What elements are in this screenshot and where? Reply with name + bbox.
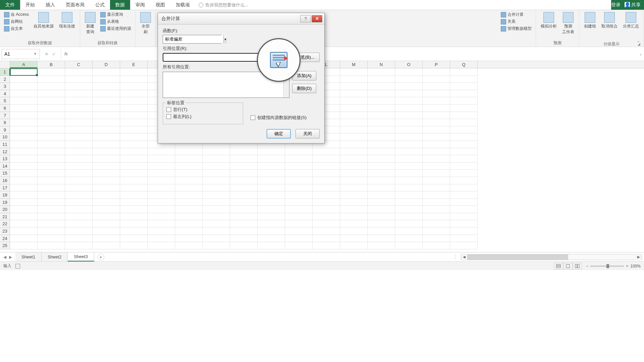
cell[interactable]: [450, 170, 478, 177]
cell[interactable]: [148, 148, 175, 156]
cell[interactable]: [423, 133, 450, 141]
cell[interactable]: [93, 119, 120, 126]
left-col-checkbox[interactable]: [166, 114, 171, 119]
column-header[interactable]: D: [93, 61, 120, 68]
tab-insert[interactable]: 插入: [40, 0, 60, 10]
cell[interactable]: [340, 90, 368, 98]
cell[interactable]: [313, 148, 340, 156]
cell[interactable]: [93, 235, 120, 242]
column-header[interactable]: O: [395, 61, 423, 68]
cell[interactable]: [423, 213, 450, 221]
cell[interactable]: [368, 155, 395, 163]
cell[interactable]: [395, 199, 423, 206]
cell[interactable]: [285, 206, 313, 213]
zoom-in-button[interactable]: +: [626, 264, 628, 268]
cell[interactable]: [148, 228, 175, 235]
cell[interactable]: [120, 235, 148, 242]
cell[interactable]: [10, 83, 38, 90]
cell[interactable]: [368, 119, 395, 126]
cell[interactable]: [368, 148, 395, 156]
zoom-slider[interactable]: [590, 265, 624, 267]
tab-file[interactable]: 文件: [0, 0, 20, 10]
hscroll-thumb[interactable]: [467, 254, 568, 260]
cell[interactable]: [395, 163, 423, 170]
cell[interactable]: [93, 213, 120, 221]
tab-formulas[interactable]: 公式: [90, 0, 110, 10]
cell[interactable]: [285, 220, 313, 228]
cell[interactable]: [395, 170, 423, 177]
cell[interactable]: [258, 148, 285, 156]
cell[interactable]: [230, 184, 258, 192]
column-header[interactable]: M: [340, 61, 368, 68]
cell[interactable]: [395, 83, 423, 90]
from-text-button[interactable]: 自文本: [3, 25, 30, 32]
column-header[interactable]: Q: [450, 61, 478, 68]
cell[interactable]: [148, 242, 175, 249]
cell[interactable]: [258, 170, 285, 177]
cell[interactable]: [368, 163, 395, 170]
cell[interactable]: [285, 155, 313, 163]
cell[interactable]: [38, 177, 65, 184]
cell[interactable]: [120, 184, 148, 192]
cell[interactable]: [120, 191, 148, 199]
row-header[interactable]: 22: [0, 220, 10, 228]
accept-formula-icon[interactable]: ✓: [52, 51, 56, 57]
cell[interactable]: [423, 199, 450, 206]
cell[interactable]: [230, 163, 258, 170]
cell[interactable]: [285, 148, 313, 156]
cell[interactable]: [395, 184, 423, 192]
cell[interactable]: [450, 213, 478, 221]
cell[interactable]: [450, 76, 478, 83]
top-row-checkbox-row[interactable]: 首行(T): [166, 107, 239, 113]
cell[interactable]: [65, 119, 93, 126]
cell[interactable]: [230, 170, 258, 177]
cell[interactable]: [285, 191, 313, 199]
cell[interactable]: [395, 105, 423, 112]
cell[interactable]: [148, 206, 175, 213]
cell[interactable]: [10, 155, 38, 163]
column-header[interactable]: B: [38, 61, 65, 68]
cell[interactable]: [203, 213, 230, 221]
cell[interactable]: [120, 97, 148, 105]
cell[interactable]: [93, 191, 120, 199]
row-header[interactable]: 24: [0, 235, 10, 242]
subtotal-button[interactable]: 分类汇总: [621, 11, 641, 30]
cell[interactable]: [423, 90, 450, 98]
cell[interactable]: [340, 133, 368, 141]
cell[interactable]: [450, 119, 478, 126]
cell[interactable]: [65, 68, 93, 76]
cell[interactable]: [395, 213, 423, 221]
row-header[interactable]: 3: [0, 83, 10, 90]
tab-view[interactable]: 视图: [150, 0, 170, 10]
cell[interactable]: [93, 76, 120, 83]
cell[interactable]: [313, 199, 340, 206]
cell[interactable]: [313, 220, 340, 228]
cell[interactable]: [423, 235, 450, 242]
cell[interactable]: [340, 163, 368, 170]
cell[interactable]: [450, 163, 478, 170]
sheet-nav-prev-icon[interactable]: ◀: [3, 255, 6, 259]
cell[interactable]: [10, 76, 38, 83]
cell[interactable]: [340, 112, 368, 119]
cell[interactable]: [258, 220, 285, 228]
cell[interactable]: [423, 126, 450, 134]
cell[interactable]: [93, 112, 120, 119]
cell[interactable]: [313, 191, 340, 199]
cell[interactable]: [423, 68, 450, 76]
cell[interactable]: [148, 235, 175, 242]
cell[interactable]: [93, 163, 120, 170]
cell[interactable]: [38, 148, 65, 156]
ungroup-button[interactable]: 取消组合: [599, 11, 620, 30]
cell[interactable]: [93, 148, 120, 156]
cell[interactable]: [120, 76, 148, 83]
cell[interactable]: [148, 191, 175, 199]
cell[interactable]: [175, 163, 203, 170]
tab-addins[interactable]: 加载项: [170, 0, 195, 10]
cell[interactable]: [93, 105, 120, 112]
left-col-checkbox-row[interactable]: 最左列(L): [166, 114, 239, 120]
share-button[interactable]: 👤 共享: [625, 2, 641, 8]
cell[interactable]: [368, 213, 395, 221]
login-link[interactable]: 登录: [611, 2, 621, 8]
cell[interactable]: [230, 220, 258, 228]
cell[interactable]: [38, 163, 65, 170]
